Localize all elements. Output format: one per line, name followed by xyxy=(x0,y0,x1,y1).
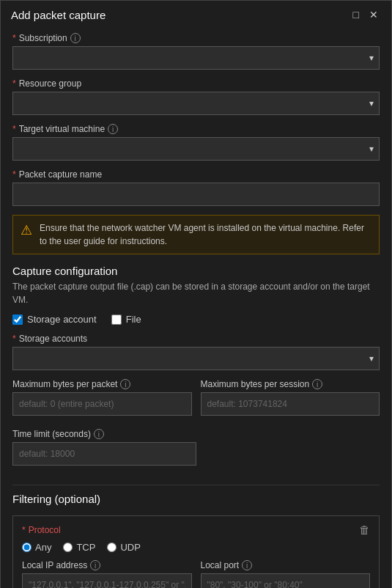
time-limit-label: Time limit (seconds) i xyxy=(12,429,380,439)
storage-accounts-label: * Storage accounts xyxy=(12,334,380,344)
title-bar-controls: □ ✕ xyxy=(350,8,381,21)
filtering-title: Filtering (optional) xyxy=(12,493,100,505)
protocol-any-input[interactable] xyxy=(22,543,32,552)
target-vm-label: * Target virtual machine i xyxy=(12,124,380,134)
storage-accounts-select[interactable] xyxy=(12,347,380,370)
protocol-udp-radio[interactable]: UDP xyxy=(107,542,140,553)
title-bar: Add packet capture □ ✕ xyxy=(1,1,391,27)
protocol-label-text: Protocol xyxy=(29,525,61,535)
dialog-title: Add packet capture xyxy=(11,9,106,21)
packet-capture-name-field: * Packet capture name xyxy=(12,169,380,206)
packet-capture-name-input[interactable] xyxy=(12,183,380,206)
subscription-required-star: * xyxy=(12,33,16,43)
storage-account-checkbox[interactable] xyxy=(12,315,23,325)
storage-accounts-required-star: * xyxy=(12,334,16,344)
protocol-radio-group: Any TCP UDP xyxy=(22,542,370,553)
file-checkbox[interactable] xyxy=(111,315,122,325)
local-port-label: Local port i xyxy=(201,560,371,570)
capture-config-title: Capture configuration xyxy=(12,265,380,277)
target-vm-field: * Target virtual machine i ▾ xyxy=(12,124,380,161)
resource-group-required-star: * xyxy=(12,78,16,89)
subscription-select-wrapper: ▾ xyxy=(12,46,380,70)
warning-text: Ensure that the network watcher VM agent… xyxy=(40,221,371,248)
filter-protocol-label: * Protocol xyxy=(22,525,61,535)
max-bytes-per-session-label: Maximum bytes per session i xyxy=(201,379,380,389)
warning-icon: ⚠ xyxy=(21,222,32,238)
storage-account-checkbox-item[interactable]: Storage account xyxy=(12,314,97,325)
bytes-row: Maximum bytes per packet i Maximum bytes… xyxy=(12,379,380,425)
close-button[interactable]: ✕ xyxy=(366,8,381,21)
max-bytes-per-packet-field: Maximum bytes per packet i xyxy=(12,379,192,416)
protocol-tcp-input[interactable] xyxy=(63,543,73,552)
storage-account-checkbox-label: Storage account xyxy=(27,314,97,325)
protocol-any-radio[interactable]: Any xyxy=(22,542,51,553)
warning-box: ⚠ Ensure that the network watcher VM age… xyxy=(12,215,380,254)
local-port-input[interactable] xyxy=(201,573,371,588)
protocol-tcp-radio[interactable]: TCP xyxy=(63,542,95,553)
storage-accounts-field: * Storage accounts ▾ xyxy=(12,334,380,370)
filter-protocol-row: * Protocol 🗑 xyxy=(22,523,370,536)
time-limit-field: Time limit (seconds) i xyxy=(12,429,380,466)
subscription-info-icon[interactable]: i xyxy=(70,33,81,43)
target-vm-select-wrapper: ▾ xyxy=(12,137,380,161)
minimize-button[interactable]: □ xyxy=(350,8,362,21)
max-bytes-per-packet-label: Maximum bytes per packet i xyxy=(12,379,192,389)
target-vm-info-icon[interactable]: i xyxy=(108,124,118,134)
protocol-any-label: Any xyxy=(35,542,51,553)
target-vm-select[interactable] xyxy=(12,137,380,161)
max-bytes-per-session-info-icon[interactable]: i xyxy=(312,379,322,389)
capture-config-desc: The packet capture output file (.cap) ca… xyxy=(12,280,380,306)
time-limit-info-icon[interactable]: i xyxy=(94,429,104,439)
max-bytes-per-packet-info-icon[interactable]: i xyxy=(120,379,130,389)
packet-capture-name-label: * Packet capture name xyxy=(12,169,380,180)
delete-filter-icon[interactable]: 🗑 xyxy=(359,523,370,536)
protocol-tcp-label: TCP xyxy=(76,542,95,553)
max-bytes-per-session-field: Maximum bytes per session i xyxy=(201,379,380,416)
resource-group-label: * Resource group xyxy=(12,78,380,89)
file-checkbox-label: File xyxy=(126,314,141,325)
resource-group-field: * Resource group ▾ xyxy=(12,78,380,115)
local-port-info-icon[interactable]: i xyxy=(242,560,252,570)
protocol-required-star: * xyxy=(22,525,26,535)
protocol-udp-label: UDP xyxy=(120,542,140,553)
target-vm-required-star: * xyxy=(12,124,16,134)
add-packet-capture-dialog: Add packet capture □ ✕ * Subscription i … xyxy=(0,0,392,588)
local-row: Local IP address i Local port i xyxy=(22,560,370,588)
resource-group-select[interactable] xyxy=(12,92,380,115)
filtering-header: Filtering (optional) xyxy=(12,493,380,508)
time-limit-input[interactable] xyxy=(12,442,196,466)
subscription-label: * Subscription i xyxy=(12,33,380,43)
packet-capture-name-required-star: * xyxy=(12,169,16,180)
max-bytes-per-session-input[interactable] xyxy=(201,392,380,416)
storage-accounts-select-wrapper: ▾ xyxy=(12,347,380,370)
subscription-select[interactable] xyxy=(12,46,380,70)
subscription-field: * Subscription i ▾ xyxy=(12,33,380,70)
local-ip-info-icon[interactable]: i xyxy=(90,560,100,570)
form-content: * Subscription i ▾ * Resource group xyxy=(1,27,391,588)
max-bytes-per-packet-input[interactable] xyxy=(12,392,192,416)
local-ip-input[interactable] xyxy=(22,573,192,588)
filter-section: * Protocol 🗑 Any TCP UDP xyxy=(12,515,380,588)
storage-file-checkboxes: Storage account File xyxy=(12,314,380,325)
local-ip-field: Local IP address i xyxy=(22,560,192,588)
resource-group-select-wrapper: ▾ xyxy=(12,92,380,115)
filtering-divider xyxy=(12,485,380,485)
local-port-field: Local port i xyxy=(201,560,371,588)
local-ip-label: Local IP address i xyxy=(22,560,192,570)
file-checkbox-item[interactable]: File xyxy=(111,314,141,325)
protocol-udp-input[interactable] xyxy=(107,543,117,552)
